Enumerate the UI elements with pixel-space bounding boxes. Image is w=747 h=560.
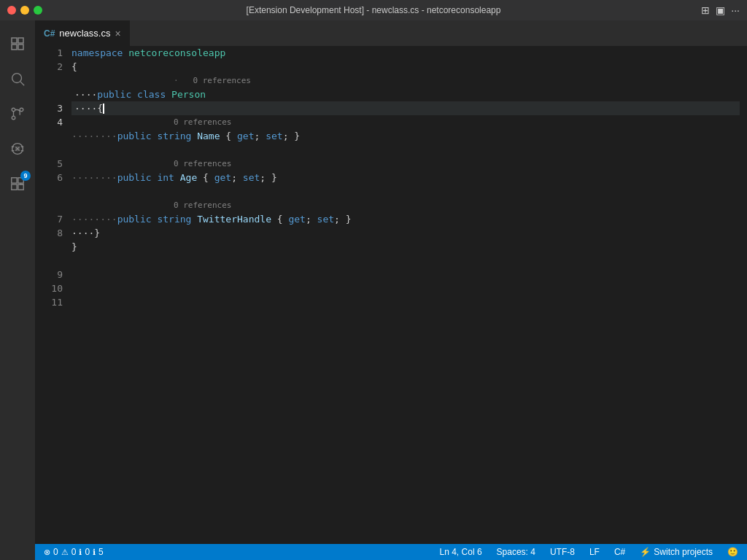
tabs-bar: C# newclass.cs × [35, 20, 747, 46]
close-button[interactable] [7, 6, 16, 15]
code-line-2: { [71, 60, 740, 74]
status-position[interactable]: Ln 4, Col 6 [437, 544, 485, 560]
code-line-7: ········public int Age { get; set; } [71, 171, 740, 184]
error-count: 0 [53, 547, 58, 557]
code-editor[interactable]: 1 2 3 4 5 6 7 8 9 10 11 namespace [35, 46, 747, 544]
status-smiley[interactable]: 🙂 [724, 544, 741, 560]
ref-line-name: 0 references [71, 115, 740, 129]
ref-line-class: · 0 references [71, 74, 740, 88]
code-line-8 [71, 184, 740, 198]
status-bar: ⊗ 0 ⚠ 0 ℹ 0 ℹ 5 Ln 4, Col 6 Spaces: 4 UT… [35, 544, 747, 560]
line-number-6: 6 [57, 171, 63, 184]
status-errors[interactable]: ⊗ 0 ⚠ 0 ℹ 0 ℹ 5 [41, 544, 107, 560]
editor-area: C# newclass.cs × 1 2 3 4 5 6 7 8 9 [35, 20, 747, 560]
svg-point-8 [12, 116, 15, 120]
minimize-button[interactable] [20, 6, 29, 15]
status-encoding[interactable]: UTF-8 [547, 544, 578, 560]
status-spaces[interactable]: Spaces: 4 [494, 544, 538, 560]
activity-bar-item-source-control[interactable] [0, 96, 35, 131]
code-content[interactable]: namespace netcoreconsoleapp { · 0 refere… [71, 46, 740, 544]
svg-rect-3 [18, 44, 23, 50]
line-numbers: 1 2 3 4 5 6 7 8 9 10 11 [35, 46, 71, 544]
svg-point-6 [12, 108, 15, 112]
svg-point-4 [12, 74, 22, 83]
layout-icon[interactable]: ▣ [716, 4, 725, 16]
code-line-9: ········public string TwitterHandle { ge… [71, 212, 740, 226]
svg-point-10 [15, 147, 20, 151]
ref-line-twitter: 0 references [71, 198, 740, 212]
ref-line-age: 0 references [71, 157, 740, 171]
warning-icon: ⚠ [61, 548, 69, 557]
code-line-4: ····{ [71, 101, 740, 115]
line-number-9: 9 [57, 268, 63, 281]
window-title: [Extension Development Host] - newclass.… [247, 5, 501, 15]
code-line-3: ····public class Person [71, 88, 740, 101]
line-number-10: 10 [51, 281, 63, 295]
code-line-1: namespace netcoreconsoleapp [71, 46, 740, 60]
svg-rect-17 [12, 184, 17, 190]
info2-count: 5 [98, 547, 104, 557]
info-count: 0 [85, 547, 90, 557]
status-line-ending[interactable]: LF [587, 544, 603, 560]
activity-bar-item-explorer[interactable] [0, 26, 35, 61]
info2-icon: ℹ [93, 548, 96, 557]
line-number-4: 4 [57, 115, 63, 129]
line-number-5: 5 [57, 157, 63, 171]
line-number-3: 3 [57, 101, 63, 115]
main-container: 9 C# newclass.cs × 1 2 3 4 5 6 [0, 20, 747, 560]
svg-point-7 [20, 108, 23, 112]
line-number-7: 7 [57, 212, 63, 226]
line-number-11: 11 [51, 295, 63, 309]
activity-bar-item-debug[interactable] [0, 131, 35, 166]
title-bar-right: ⊞ ▣ ··· [701, 4, 740, 16]
extensions-badge: 9 [20, 171, 31, 181]
status-right: Ln 4, Col 6 Spaces: 4 UTF-8 LF C# ⚡ Swit… [437, 544, 741, 560]
text-cursor [103, 104, 104, 114]
svg-line-5 [20, 82, 24, 85]
code-line-6 [71, 143, 740, 157]
activity-bar-item-extensions[interactable]: 9 [0, 166, 35, 201]
line-number-1: 1 [57, 46, 63, 60]
traffic-lights [7, 6, 42, 15]
line-number-2: 2 [57, 60, 63, 74]
svg-rect-15 [12, 178, 17, 183]
split-editor-icon[interactable]: ⊞ [701, 4, 710, 16]
error-icon: ⊗ [44, 548, 50, 557]
activity-bar-item-search[interactable] [0, 61, 35, 96]
status-switch-projects[interactable]: ⚡ Switch projects [637, 544, 716, 560]
title-bar: [Extension Development Host] - newclass.… [0, 0, 747, 20]
status-language[interactable]: C# [611, 544, 628, 560]
more-actions-icon[interactable]: ··· [731, 4, 740, 16]
switch-projects-label: Switch projects [654, 547, 713, 557]
svg-rect-18 [18, 184, 23, 190]
maximize-button[interactable] [34, 6, 42, 15]
info-icon: ℹ [79, 548, 82, 557]
tab-label: newclass.cs [59, 28, 110, 39]
code-line-11: } [71, 240, 740, 254]
svg-rect-2 [12, 44, 17, 50]
status-left: ⊗ 0 ⚠ 0 ℹ 0 ℹ 5 [41, 544, 107, 560]
file-icon: C# [44, 28, 55, 39]
code-line-10: ····} [71, 226, 740, 240]
svg-rect-1 [18, 38, 23, 43]
tab-close-button[interactable]: × [115, 28, 120, 39]
line-number-8: 8 [57, 226, 63, 240]
svg-rect-0 [12, 38, 17, 43]
tab-newclass-cs[interactable]: C# newclass.cs × [35, 20, 130, 46]
activity-bar: 9 [0, 20, 35, 560]
warning-count: 0 [71, 547, 77, 557]
switch-projects-icon: ⚡ [640, 547, 651, 557]
code-line-5: ········public string Name { get; set; } [71, 129, 740, 143]
vertical-scrollbar[interactable] [740, 46, 747, 544]
